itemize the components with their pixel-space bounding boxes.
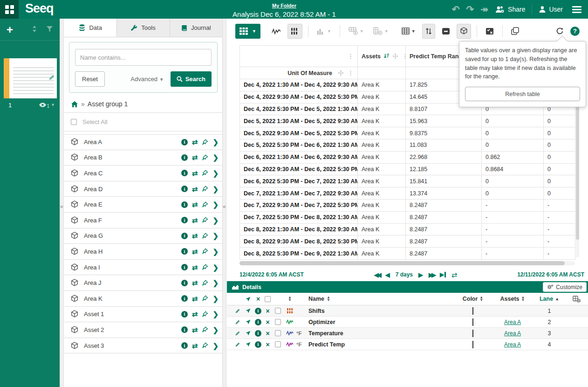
swap-icon[interactable]: ⇄ — [192, 138, 198, 145]
chevron-right-icon[interactable]: ❯ — [212, 311, 219, 318]
table-row[interactable]: Dec 7, 2022 9:30 AM - Dec 7, 2022 5:30 P… — [240, 199, 575, 211]
asset-list-item[interactable]: Area C i ⇄ ❯ — [64, 166, 222, 181]
range-end[interactable]: 12/11/2022 6:05 AM ACST — [517, 271, 584, 278]
info-icon[interactable]: i — [181, 201, 188, 208]
tab-journal[interactable]: Journal — [170, 19, 222, 37]
info-icon[interactable]: i — [181, 139, 188, 145]
pin-icon[interactable] — [202, 295, 208, 302]
sort-icon[interactable]: ▲▼ — [521, 296, 525, 302]
search-input[interactable] — [75, 49, 212, 66]
info-icon[interactable]: i — [181, 186, 188, 192]
info-icon[interactable]: i — [181, 248, 188, 255]
trend-view-button[interactable] — [269, 24, 284, 39]
pin-icon[interactable] — [202, 280, 208, 286]
chevron-right-icon[interactable]: ❯ — [212, 248, 219, 255]
horizontal-scrollbar[interactable] — [239, 261, 575, 265]
forward-history-icon[interactable]: ↠ — [480, 5, 488, 14]
chevron-right-icon[interactable]: ❯ — [212, 138, 219, 145]
dart-icon[interactable] — [243, 319, 253, 325]
item-info-icon[interactable]: i — [253, 341, 263, 348]
edit-item-icon[interactable] — [232, 319, 243, 325]
table-row[interactable]: Dec 5, 2022 9:30 AM - Dec 5, 2022 5:30 P… — [240, 127, 575, 139]
swap-icon[interactable]: ⇄ — [192, 264, 198, 271]
home-icon[interactable] — [71, 101, 78, 108]
asset-group-label[interactable]: Asset group 1 — [88, 100, 128, 108]
table-row[interactable]: Dec 8, 2022 1:30 AM - Dec 8, 2022 9:30 A… — [240, 223, 575, 235]
worksheet-title[interactable]: Analysis Dec 6, 2022 8:52 AM - 1 — [186, 10, 382, 18]
table-row[interactable]: Dec 6, 2022 1:30 AM - Dec 6, 2022 9:30 A… — [240, 151, 575, 163]
range-start[interactable]: 12/4/2022 6:05 AM ACST — [239, 271, 304, 278]
capsule-column-header[interactable]: ⋮ — [240, 46, 358, 67]
info-icon[interactable]: i — [181, 170, 188, 176]
item-checkbox[interactable] — [275, 341, 281, 347]
move-column-icon[interactable] — [392, 53, 398, 59]
folder-breadcrumb-link[interactable]: My Folder — [272, 3, 296, 8]
step-back-half-icon[interactable]: ◀ — [385, 271, 390, 278]
dart-icon[interactable] — [243, 308, 253, 314]
column-menu-icon[interactable]: ⋮ — [402, 53, 406, 60]
seeq-logo[interactable]: Seeq — [19, 1, 60, 18]
info-icon[interactable]: i — [181, 326, 188, 333]
compress-rows-button[interactable] — [439, 24, 453, 39]
chevron-right-icon[interactable]: ❯ — [212, 326, 219, 333]
swap-icon[interactable]: ⇄ — [192, 217, 198, 224]
pin-icon[interactable] — [202, 248, 208, 255]
details-row[interactable]: i × Shifts 1 — [227, 305, 588, 317]
swap-icon[interactable]: ⇄ — [192, 326, 198, 333]
remove-item-icon[interactable]: × — [263, 308, 272, 314]
asset-list-item[interactable]: Asset 2 i ⇄ ❯ — [64, 322, 222, 338]
refresh-table-icon[interactable] — [556, 27, 564, 35]
pin-icon[interactable] — [202, 233, 208, 239]
table-row[interactable]: Dec 5, 2022 1:30 AM - Dec 5, 2022 9:30 A… — [240, 115, 575, 127]
swap-icon[interactable]: ⇄ — [192, 154, 198, 161]
asset-grouping-button[interactable] — [457, 24, 471, 39]
table-row[interactable]: Dec 6, 2022 9:30 AM - Dec 6, 2022 5:30 P… — [240, 163, 575, 175]
asset-list-item[interactable]: Area D i ⇄ ❯ — [64, 181, 222, 197]
lane-column-label[interactable]: Lane — [540, 296, 553, 302]
name-column-label[interactable]: Name — [308, 296, 324, 302]
auto-update-icon[interactable]: ⇄ — [451, 271, 458, 278]
color-swatch[interactable] — [472, 330, 473, 337]
details-row[interactable]: i × Optimizer Area A 2 — [227, 317, 588, 328]
new-worksheet-button[interactable]: + — [7, 24, 13, 35]
user-menu-button[interactable]: User — [539, 6, 563, 13]
info-icon[interactable]: i — [181, 342, 188, 349]
swap-icon[interactable]: ⇄ — [192, 201, 198, 208]
chevron-right-icon[interactable]: ❯ — [212, 264, 219, 271]
select-all-items-checkbox[interactable] — [265, 296, 271, 302]
info-icon[interactable]: i — [181, 280, 188, 286]
select-items-button[interactable] — [483, 24, 497, 39]
move-row-icon[interactable] — [338, 70, 344, 76]
asset-list-item[interactable]: Area H i ⇄ ❯ — [64, 244, 222, 260]
item-asset-link[interactable]: Area A — [504, 341, 521, 348]
step-to-now-icon[interactable]: ▶ — [440, 271, 446, 278]
reset-button[interactable]: Reset — [75, 71, 105, 87]
condition-table-button[interactable] — [287, 24, 302, 39]
info-icon[interactable]: i — [181, 311, 188, 318]
chevron-right-icon[interactable]: ❯ — [212, 279, 219, 286]
redo-icon[interactable]: ↷ — [466, 5, 474, 14]
dart-icon[interactable] — [243, 341, 253, 347]
sort-rows-button[interactable] — [422, 24, 435, 39]
item-asset-link[interactable]: Area A — [504, 319, 521, 325]
swap-icon[interactable]: ⇄ — [192, 311, 198, 318]
chevron-right-icon[interactable]: ❯ — [212, 217, 219, 224]
worksheet-thumbnail[interactable] — [4, 58, 57, 98]
asset-list-item[interactable]: Area J i ⇄ ❯ — [64, 275, 222, 291]
item-asset-link[interactable]: Area A — [504, 330, 521, 337]
sort-icon[interactable]: ▲▼ — [327, 296, 330, 302]
step-back-full-icon[interactable]: ◀◀ — [374, 271, 380, 278]
column-menu-icon[interactable]: ⋮ — [348, 53, 354, 60]
chevron-right-icon[interactable]: ❯ — [212, 232, 219, 239]
remove-item-icon[interactable]: × — [263, 341, 272, 348]
refresh-table-button[interactable]: Refresh table — [465, 87, 580, 101]
sort-icon[interactable]: ▲▼ — [479, 296, 483, 302]
remove-column-icon[interactable]: × — [253, 296, 263, 302]
item-info-icon[interactable]: i — [253, 319, 263, 325]
pin-icon[interactable] — [202, 217, 208, 223]
chevron-right-icon[interactable]: ❯ — [212, 186, 219, 193]
remove-item-icon[interactable]: × — [263, 330, 272, 337]
table-row[interactable]: Dec 7, 2022 1:30 AM - Dec 7, 2022 9:30 A… — [240, 187, 575, 200]
pin-icon[interactable] — [202, 201, 208, 208]
edit-item-icon[interactable] — [232, 308, 243, 314]
